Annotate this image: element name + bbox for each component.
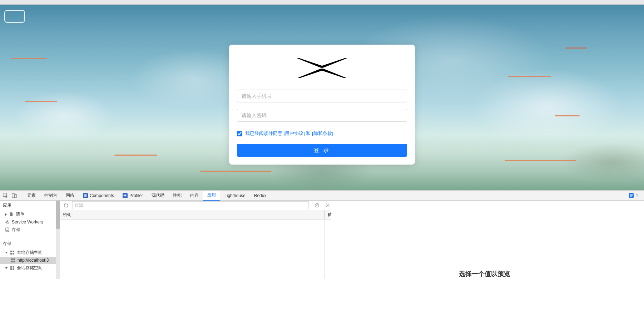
- kv-header-value[interactable]: 值: [325, 210, 331, 220]
- svg-rect-18: [13, 251, 14, 252]
- clear-all-icon[interactable]: [314, 203, 319, 208]
- sidebar-item-local-storage-url[interactable]: http://localhost:3: [0, 257, 60, 264]
- top-left-outline-box: [4, 10, 25, 23]
- tab-sources[interactable]: 源代码: [147, 191, 169, 201]
- browser-chrome-bar: [0, 0, 644, 5]
- svg-rect-28: [13, 268, 14, 270]
- svg-point-7: [125, 195, 125, 196]
- expand-triangle-icon: [5, 252, 8, 253]
- sidebar-label: 清单: [16, 211, 24, 217]
- sidebar-label: Service Workers: [12, 220, 43, 225]
- decorative-streak: [555, 115, 580, 116]
- storage-toolbar: [60, 201, 644, 210]
- svg-rect-25: [10, 266, 12, 268]
- grid-icon: [10, 250, 15, 255]
- brand-x-logo-icon: [296, 57, 348, 80]
- sidebar-section-application: 应用: [0, 201, 60, 210]
- sidebar-item-service-workers[interactable]: Service Workers: [0, 218, 60, 226]
- phone-input[interactable]: [237, 90, 407, 102]
- device-toolbar-icon[interactable]: [12, 193, 17, 198]
- grid-icon: [10, 266, 15, 270]
- database-icon: [5, 227, 10, 232]
- sidebar-scrollbar-thumb[interactable]: [56, 201, 60, 229]
- decorative-streak: [25, 101, 57, 102]
- tab-redux[interactable]: Redux: [250, 191, 271, 201]
- sidebar-label: http://localhost:3: [18, 258, 49, 263]
- svg-rect-12: [630, 195, 633, 195]
- file-icon: [9, 212, 14, 217]
- svg-rect-2: [15, 195, 17, 197]
- key-value-table-pane: 密钥 值 ↔: [60, 210, 325, 279]
- agreement-checkbox[interactable]: [237, 131, 242, 136]
- inspect-element-icon[interactable]: [3, 193, 8, 198]
- tab-network[interactable]: 网络: [61, 191, 79, 201]
- grid-icon: [11, 258, 15, 263]
- svg-rect-17: [10, 251, 12, 252]
- tab-elements[interactable]: 元素: [23, 191, 40, 201]
- svg-point-15: [6, 221, 8, 223]
- expand-triangle-icon: [5, 213, 7, 216]
- tab-profiler[interactable]: Profiler: [118, 191, 147, 201]
- refresh-icon[interactable]: [64, 203, 69, 208]
- tab-lighthouse[interactable]: Lighthouse: [220, 191, 250, 201]
- react-badge-icon: [83, 193, 88, 198]
- page-viewport: 我已经阅读并同意 [用户协议] 和 [隐私条款] 登 录: [0, 5, 644, 190]
- svg-rect-21: [11, 258, 13, 260]
- devtools-body: 应用 清单 Service Workers 存储 存储 本地存储空间: [0, 201, 644, 279]
- decorative-streak: [508, 76, 551, 77]
- password-input[interactable]: [237, 109, 407, 122]
- svg-rect-13: [630, 196, 633, 196]
- kv-header-key[interactable]: 密钥: [60, 210, 325, 219]
- decorative-streak: [505, 160, 576, 161]
- decorative-streak: [114, 155, 157, 156]
- issues-icon: [629, 193, 634, 198]
- devtools-panel: 元素 控制台 网络 Components Profiler 源代码 性能 内存 …: [0, 190, 644, 279]
- svg-point-16: [6, 228, 9, 229]
- svg-rect-24: [13, 261, 15, 262]
- issues-count: 1: [636, 193, 638, 198]
- svg-rect-26: [13, 266, 14, 268]
- sidebar-label: 会话存储空间: [17, 265, 43, 271]
- sidebar-scrollbar[interactable]: [56, 201, 60, 279]
- svg-rect-27: [10, 268, 12, 270]
- svg-rect-19: [10, 253, 12, 255]
- svg-point-3: [85, 195, 86, 196]
- decorative-streak: [200, 171, 272, 172]
- devtools-tab-bar: 元素 控制台 网络 Components Profiler 源代码 性能 内存 …: [0, 191, 644, 201]
- sidebar-item-session-storage[interactable]: 会话存储空间: [0, 264, 60, 272]
- agreement-and: 和: [306, 131, 311, 136]
- svg-rect-22: [13, 258, 15, 260]
- tab-components[interactable]: Components: [79, 191, 118, 201]
- sidebar-label: 存储: [12, 227, 20, 233]
- sidebar-item-local-storage[interactable]: 本地存储空间: [0, 248, 60, 257]
- application-main-pane: 密钥 值 ↔ 选择一个值以预览: [60, 201, 644, 279]
- filter-input[interactable]: [72, 201, 309, 209]
- delete-icon[interactable]: [325, 203, 330, 208]
- sidebar-label: 本地存储空间: [17, 250, 43, 256]
- gear-icon: [5, 220, 10, 225]
- svg-line-30: [316, 204, 318, 207]
- user-agreement-link[interactable]: [用户协议]: [284, 131, 305, 136]
- login-card: 我已经阅读并同意 [用户协议] 和 [隐私条款] 登 录: [229, 45, 415, 165]
- svg-rect-23: [11, 261, 13, 262]
- agreement-row: 我已经阅读并同意 [用户协议] 和 [隐私条款]: [237, 130, 407, 137]
- login-button[interactable]: 登 录: [237, 144, 407, 157]
- tab-console[interactable]: 控制台: [40, 191, 61, 201]
- sidebar-section-storage: 存储: [0, 239, 60, 248]
- application-sidebar: 应用 清单 Service Workers 存储 存储 本地存储空间: [0, 201, 60, 279]
- sidebar-item-storage[interactable]: 存储: [0, 226, 60, 234]
- tab-application[interactable]: 应用: [203, 191, 220, 201]
- storage-split-pane: 密钥 值 ↔ 选择一个值以预览: [60, 210, 644, 279]
- tab-performance[interactable]: 性能: [169, 191, 186, 201]
- agreement-prefix: 我已经阅读并同意: [245, 131, 282, 136]
- privacy-policy-link[interactable]: [隐私条款]: [312, 131, 333, 136]
- sidebar-item-manifest[interactable]: 清单: [0, 210, 60, 218]
- tab-components-label: Components: [90, 193, 114, 198]
- svg-rect-20: [13, 253, 14, 255]
- value-preview-pane: 选择一个值以预览: [325, 210, 644, 279]
- tab-memory[interactable]: 内存: [186, 191, 203, 201]
- react-badge-icon: [123, 193, 128, 198]
- logo-wrap: [237, 57, 407, 80]
- issues-indicator[interactable]: 1: [626, 193, 641, 198]
- tab-profiler-label: Profiler: [129, 193, 143, 198]
